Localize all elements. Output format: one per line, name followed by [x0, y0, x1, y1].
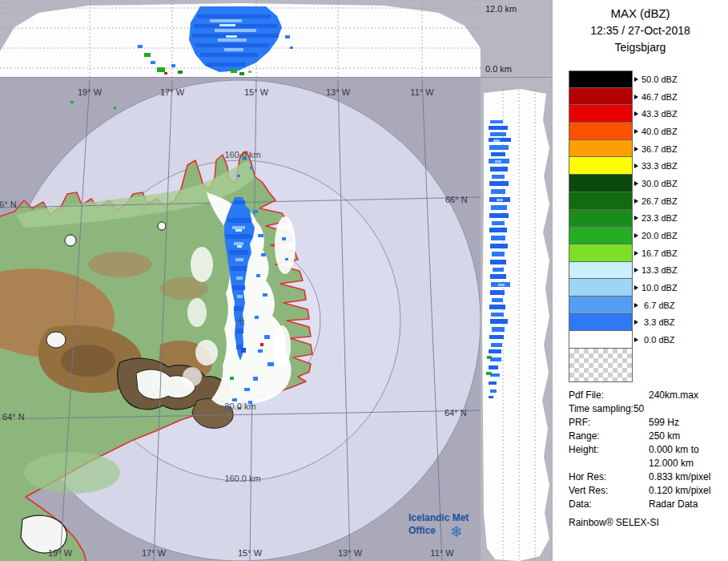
dbz-color-scale: 50.0 dBZ 46.7 dBZ 43.3 dBZ 40.0 dBZ 36.7…	[569, 71, 721, 382]
lon-label-top: 11° W	[410, 87, 434, 97]
info-value: 599 Hz	[649, 417, 725, 428]
lon-label-top: 19° W	[78, 87, 103, 97]
info-value: Radar Data	[649, 498, 725, 510]
dbz-swatch	[569, 244, 633, 262]
dbz-label: 26.7 dBZ	[642, 196, 678, 206]
dbz-swatch	[569, 262, 633, 280]
tick-arrow-icon	[634, 216, 638, 220]
lon-label-bottom: 15° W	[238, 548, 263, 558]
dbz-swatch	[569, 140, 633, 158]
snowflake-icon: ❄	[450, 523, 463, 540]
tick-arrow-icon	[634, 199, 638, 204]
tick-arrow-icon	[634, 95, 638, 99]
lon-label-bottom: 13° W	[338, 548, 363, 558]
scan-datetime: 12:35 / 27-Oct-2018	[553, 24, 728, 37]
dbz-label: 36.7 dBZ	[642, 144, 678, 154]
lon-label-top: 17° W	[160, 87, 185, 97]
info-value: 12.000 km	[649, 458, 725, 469]
station-name: Teigsbjarg	[553, 41, 728, 54]
info-row: Hor Res:0.833 km/pixel	[569, 471, 725, 485]
height-axis-max-label: 12.0 km	[485, 4, 517, 14]
tick-arrow-icon	[634, 77, 638, 82]
lon-label-bottom: 11° W	[430, 548, 454, 558]
tick-arrow-icon	[634, 163, 638, 168]
lon-label-top: 15° W	[244, 87, 269, 97]
dbz-swatch	[569, 279, 633, 297]
product-title: MAX (dBZ)	[553, 6, 728, 20]
info-row: Height:0.000 km to	[569, 444, 725, 458]
scale-row: 30.0 dBZ	[569, 175, 721, 192]
tick-arrow-icon	[634, 303, 638, 308]
scale-row: 0.0 dBZ	[569, 331, 721, 349]
scale-row: 13.3 dBZ	[569, 262, 721, 280]
info-row: Time sampling:50	[569, 403, 725, 417]
ring-label: 160.0 km	[224, 150, 260, 159]
dbz-label: 13.3 dBZ	[642, 265, 678, 275]
logo-text-line1: Icelandic Met	[408, 512, 469, 523]
dbz-label: 16.7 dBZ	[642, 248, 678, 258]
legend-panel: MAX (dBZ) 12:35 / 27-Oct-2018 Teigsbjarg…	[553, 0, 728, 561]
top-profile-panel[interactable]	[0, 0, 481, 78]
ring-label: 80.0 km	[224, 402, 255, 411]
scale-row	[569, 349, 721, 382]
dbz-swatch	[569, 71, 633, 88]
lon-label-bottom: 17° W	[142, 548, 167, 558]
lat-label-right: 66° N	[445, 195, 468, 204]
dbz-swatch	[569, 331, 633, 349]
info-label: Time sampling:50	[569, 403, 649, 414]
height-axis-min-label: 0.0 km	[485, 64, 512, 74]
radar-map-view[interactable]: 19° W 17° W 15° W 13° W 11° W 19° W 17° …	[0, 0, 481, 561]
tick-arrow-icon	[634, 285, 638, 290]
scale-row: 3.3 dBZ	[569, 314, 721, 332]
info-label: Height:	[569, 444, 649, 455]
scale-row: 50.0 dBZ	[569, 71, 721, 88]
side-profile-panel[interactable]: 12.0 km 0.0 km	[481, 0, 553, 561]
lon-label-bottom: 19° W	[48, 548, 73, 558]
info-row: Vert Res:0.120 km/pixel	[569, 485, 725, 498]
scale-row: 36.7 dBZ	[569, 140, 721, 158]
scale-row: 20.0 dBZ	[569, 227, 721, 244]
tick-arrow-icon	[634, 129, 638, 134]
info-value: 240km.max	[649, 389, 725, 401]
info-label: Pdf File:	[569, 389, 649, 401]
scale-row: 23.3 dBZ	[569, 210, 721, 228]
scale-row: 26.7 dBZ	[569, 192, 721, 210]
info-value: 0.120 km/pixel	[649, 485, 725, 496]
dbz-label: 3.3 dBZ	[642, 317, 675, 327]
lat-label-right: 64° N	[444, 408, 467, 418]
dbz-swatch	[569, 227, 633, 244]
dbz-swatch	[569, 88, 633, 106]
scale-row: 10.0 dBZ	[569, 279, 721, 297]
tick-arrow-icon	[634, 111, 638, 116]
info-row: 12.000 km	[569, 458, 725, 471]
dbz-swatch	[569, 157, 633, 175]
tick-arrow-icon	[634, 268, 638, 272]
scale-row: 33.3 dBZ	[569, 157, 721, 175]
ring-label: 160.0 km	[224, 474, 260, 483]
scale-row: 6.7 dBZ	[569, 297, 721, 314]
lat-label-left: 66° N	[0, 200, 17, 209]
info-row: Data:Radar Data	[569, 498, 725, 512]
dbz-label: 40.0 dBZ	[642, 127, 678, 136]
radar-application-window: 19° W 17° W 15° W 13° W 11° W 19° W 17° …	[0, 0, 728, 561]
ppi-map[interactable]: 19° W 17° W 15° W 13° W 11° W 19° W 17° …	[0, 78, 481, 561]
dbz-swatch	[569, 297, 633, 314]
dbz-label: 20.0 dBZ	[642, 231, 678, 240]
dbz-label: 6.7 dBZ	[642, 301, 675, 310]
tick-arrow-icon	[634, 320, 638, 325]
software-brand: Rainbow® SELEX-SI	[569, 517, 725, 531]
dbz-swatch	[569, 314, 633, 332]
info-label: PRF:	[569, 417, 649, 428]
info-value: 250 km	[649, 430, 725, 442]
info-label: Hor Res:	[569, 471, 649, 482]
tick-arrow-icon	[634, 181, 638, 186]
scan-info-block: Pdf File:240km.max Time sampling:50 PRF:…	[569, 389, 725, 531]
dbz-label: 10.0 dBZ	[642, 283, 678, 293]
scale-row: 46.7 dBZ	[569, 88, 721, 106]
lat-label-left: 64° N	[2, 412, 25, 422]
dbz-label: 33.3 dBZ	[642, 161, 678, 171]
dbz-label: 30.0 dBZ	[642, 179, 678, 188]
info-value: 0.833 km/pixel	[649, 471, 725, 482]
info-label: Data:	[569, 498, 649, 510]
transparent-swatch	[569, 349, 633, 382]
